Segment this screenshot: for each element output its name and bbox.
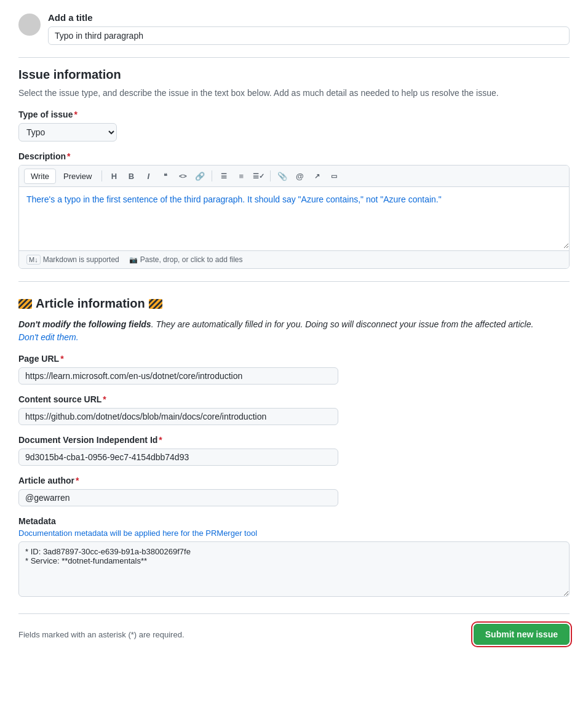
- metadata-label: Metadata: [18, 516, 570, 526]
- content-source-url-input[interactable]: [18, 408, 338, 425]
- issue-info-description: Select the issue type, and describe the …: [18, 87, 570, 100]
- toolbar-sep-1: [101, 170, 102, 181]
- toolbar-sep-2: [212, 170, 212, 181]
- preview-img-btn[interactable]: ▭: [326, 168, 342, 184]
- unordered-list-btn[interactable]: ≡: [233, 168, 249, 184]
- description-group: Description* Write Preview H B I ❝ <> 🔗 …: [18, 151, 570, 269]
- doc-version-id-group: Document Version Independent Id*: [18, 435, 570, 466]
- doc-version-id-label: Document Version Independent Id*: [18, 435, 570, 445]
- content-source-url-label: Content source URL*: [18, 394, 570, 404]
- submit-new-issue-button[interactable]: Submit new issue: [474, 624, 570, 645]
- italic-btn[interactable]: I: [140, 168, 156, 184]
- add-title-label: Add a title: [48, 12, 570, 23]
- article-info-title: Article information: [36, 297, 145, 311]
- article-info-header: Article information: [18, 297, 570, 311]
- ordered-list-btn[interactable]: ☰: [216, 168, 232, 184]
- page-url-group: Page URL*: [18, 354, 570, 385]
- page-url-input[interactable]: [18, 367, 338, 385]
- page-url-label: Page URL*: [18, 354, 570, 364]
- attach-files-item[interactable]: 📷 Paste, drop, or click to add files: [129, 255, 243, 264]
- attach-files-text: Paste, drop, or click to add files: [140, 255, 243, 264]
- editor-toolbar: Write Preview H B I ❝ <> 🔗 ☰ ≡ ☰✓ 📎 @: [19, 166, 569, 187]
- quote-btn[interactable]: ❝: [157, 168, 173, 184]
- dont-modify-bold: Don't modify the following fields: [18, 319, 151, 329]
- description-textarea[interactable]: There's a typo in the first sentence of …: [19, 187, 569, 249]
- description-label: Description*: [18, 151, 570, 161]
- article-author-group: Article author*: [18, 476, 570, 506]
- divider-2: [18, 281, 570, 282]
- title-input[interactable]: [48, 26, 570, 45]
- toolbar-sep-3: [270, 170, 271, 181]
- markdown-icon: M↓: [26, 255, 41, 265]
- warning-stripes-left: [18, 299, 32, 309]
- footer-bar: Fields marked with an asterisk (*) are r…: [18, 613, 570, 645]
- metadata-section: Metadata Documentation metadata will be …: [18, 516, 570, 599]
- warning-stripes-right: [149, 299, 162, 309]
- write-tab[interactable]: Write: [24, 169, 56, 184]
- article-author-input[interactable]: [18, 489, 338, 506]
- mention-btn[interactable]: @: [292, 168, 308, 184]
- type-of-issue-group: Type of issue* Typo Bug Feature request …: [18, 110, 570, 142]
- dont-modify-text: Don't modify the following fields. They …: [18, 318, 570, 344]
- bold-btn[interactable]: B: [123, 168, 139, 184]
- editor-footer: M↓ Markdown is supported 📷 Paste, drop, …: [19, 250, 569, 268]
- article-author-label: Article author*: [18, 476, 570, 485]
- metadata-sublabel: Documentation metadata will be applied h…: [18, 529, 570, 538]
- task-list-btn[interactable]: ☰✓: [250, 168, 266, 184]
- link-btn[interactable]: 🔗: [192, 168, 208, 184]
- dont-modify-mid: . They are automatically filled in for y…: [151, 319, 534, 329]
- description-editor: Write Preview H B I ❝ <> 🔗 ☰ ≡ ☰✓ 📎 @: [18, 165, 570, 269]
- image-icon: 📷: [129, 256, 138, 264]
- divider-1: [18, 57, 570, 58]
- issue-information-section: Issue information Select the issue type,…: [18, 68, 570, 269]
- dont-edit-text: Don't edit them.: [18, 332, 79, 342]
- heading-btn[interactable]: H: [106, 168, 122, 184]
- issue-info-title: Issue information: [18, 68, 570, 82]
- attach-btn[interactable]: 📎: [274, 168, 290, 184]
- content-source-url-group: Content source URL*: [18, 394, 570, 425]
- markdown-supported-text: Markdown is supported: [43, 255, 119, 264]
- required-note: Fields marked with an asterisk (*) are r…: [18, 630, 185, 639]
- code-btn[interactable]: <>: [175, 168, 191, 184]
- type-of-issue-select[interactable]: Typo Bug Feature request Other: [18, 123, 117, 142]
- article-information-section: Article information Don't modify the fol…: [18, 297, 570, 599]
- type-of-issue-label: Type of issue*: [18, 110, 570, 119]
- preview-tab[interactable]: Preview: [57, 169, 98, 183]
- markdown-supported-item: M↓ Markdown is supported: [26, 255, 119, 265]
- doc-version-id-input[interactable]: [18, 449, 338, 466]
- metadata-textarea[interactable]: * ID: 3ad87897-30cc-e639-b91a-b3800269f7…: [18, 541, 570, 597]
- user-avatar: [18, 14, 41, 36]
- cross-ref-btn[interactable]: ↗: [309, 168, 325, 184]
